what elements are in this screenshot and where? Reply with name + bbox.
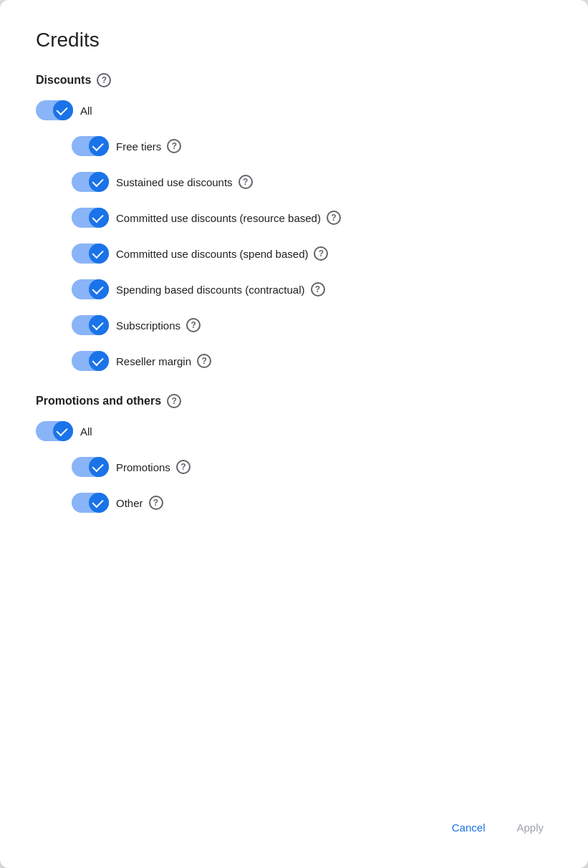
promotions-item-toggle[interactable] xyxy=(72,457,109,477)
committed-resource-label: Committed use discounts (resource based)… xyxy=(116,211,341,225)
free-tiers-row: Free tiers ? xyxy=(72,136,552,156)
cancel-button[interactable]: Cancel xyxy=(443,816,494,839)
committed-spend-toggle[interactable] xyxy=(72,243,109,264)
reseller-margin-help-icon[interactable]: ? xyxy=(197,354,211,368)
promotions-item-row: Promotions ? xyxy=(72,457,552,477)
toggle-thumb xyxy=(89,172,109,192)
credits-dialog: Credits Discounts ? All Free tiers ? xyxy=(0,0,588,868)
discounts-section-label: Discounts ? xyxy=(36,73,552,87)
promotions-item-help-icon[interactable]: ? xyxy=(176,460,191,474)
discounts-help-icon[interactable]: ? xyxy=(97,73,111,87)
discounts-all-row: All xyxy=(36,100,552,120)
promotions-all-row: All xyxy=(36,421,552,441)
subscriptions-help-icon[interactable]: ? xyxy=(186,318,201,332)
discounts-all-label: All xyxy=(80,105,92,117)
free-tiers-help-icon[interactable]: ? xyxy=(167,139,181,153)
reseller-margin-row: Reseller margin ? xyxy=(72,351,552,371)
reseller-margin-toggle[interactable] xyxy=(72,351,109,371)
spending-based-row: Spending based discounts (contractual) ? xyxy=(72,279,552,299)
discounts-all-toggle[interactable] xyxy=(36,100,73,120)
promotions-help-icon[interactable]: ? xyxy=(167,394,181,408)
committed-spend-help-icon[interactable]: ? xyxy=(314,246,328,261)
committed-resource-toggle[interactable] xyxy=(72,208,109,228)
toggle-thumb xyxy=(89,208,109,228)
sustained-use-help-icon[interactable]: ? xyxy=(238,175,253,189)
spending-based-label: Spending based discounts (contractual) ? xyxy=(116,282,325,296)
toggle-thumb xyxy=(89,243,109,264)
free-tiers-label: Free tiers ? xyxy=(116,139,181,153)
spending-based-toggle[interactable] xyxy=(72,279,109,299)
toggle-thumb xyxy=(53,100,73,120)
subscriptions-label: Subscriptions ? xyxy=(116,318,201,332)
other-toggle[interactable] xyxy=(72,493,109,513)
dialog-title: Credits xyxy=(36,29,552,52)
sustained-use-row: Sustained use discounts ? xyxy=(72,172,552,192)
toggle-thumb xyxy=(89,493,109,513)
toggle-thumb xyxy=(89,136,109,156)
promotions-section-label: Promotions and others ? xyxy=(36,394,552,408)
other-help-icon[interactable]: ? xyxy=(149,496,163,510)
apply-button[interactable]: Apply xyxy=(508,816,552,839)
spending-based-help-icon[interactable]: ? xyxy=(311,282,325,296)
toggle-thumb xyxy=(89,315,109,335)
sustained-use-toggle[interactable] xyxy=(72,172,109,192)
dialog-footer: Cancel Apply xyxy=(36,794,552,868)
promotions-section: Promotions and others ? All Promotions ? xyxy=(36,394,552,529)
toggle-thumb xyxy=(89,457,109,477)
discounts-section: Discounts ? All Free tiers ? xyxy=(36,73,552,387)
committed-resource-row: Committed use discounts (resource based)… xyxy=(72,208,552,228)
toggle-thumb xyxy=(89,351,109,371)
other-label: Other ? xyxy=(116,496,163,510)
promotions-all-label: All xyxy=(80,425,92,438)
subscriptions-row: Subscriptions ? xyxy=(72,315,552,335)
other-row: Other ? xyxy=(72,493,552,513)
promotions-item-label: Promotions ? xyxy=(116,460,191,474)
toggle-thumb xyxy=(53,421,73,441)
sustained-use-label: Sustained use discounts ? xyxy=(116,175,253,189)
reseller-margin-label: Reseller margin ? xyxy=(116,354,211,368)
free-tiers-toggle[interactable] xyxy=(72,136,109,156)
toggle-thumb xyxy=(89,279,109,299)
committed-resource-help-icon[interactable]: ? xyxy=(327,211,341,225)
promotions-all-toggle[interactable] xyxy=(36,421,73,441)
committed-spend-row: Committed use discounts (spend based) ? xyxy=(72,243,552,264)
committed-spend-label: Committed use discounts (spend based) ? xyxy=(116,246,328,261)
subscriptions-toggle[interactable] xyxy=(72,315,109,335)
